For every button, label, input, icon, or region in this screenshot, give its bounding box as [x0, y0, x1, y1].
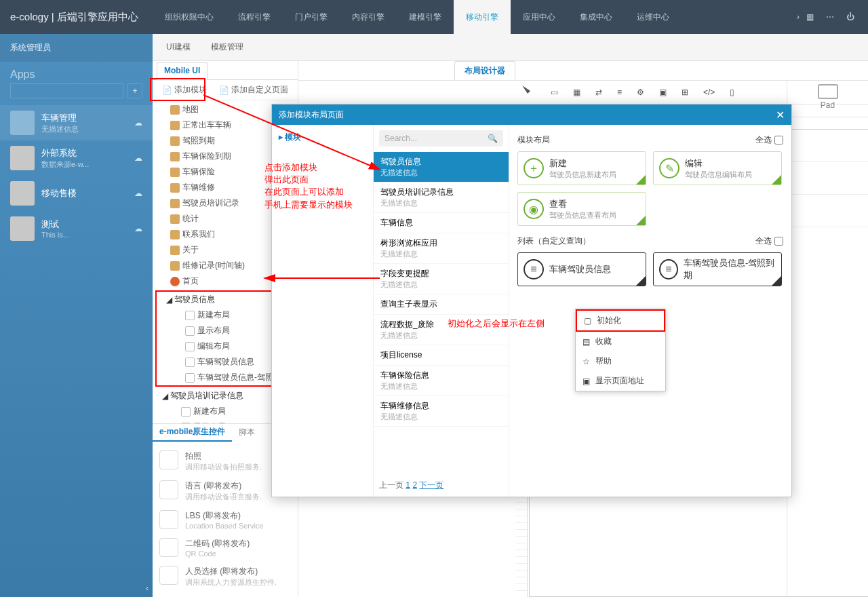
dialog-list-item[interactable]: 树形浏览框应用无描述信息 — [374, 233, 509, 264]
pager-page-2[interactable]: 2 — [412, 480, 417, 490]
check-corner-icon — [772, 276, 781, 286]
list-icon: ≡ — [524, 259, 544, 280]
ctx-initialize[interactable]: ▢初始化 — [576, 309, 665, 332]
native-widget[interactable]: 人员选择 (即将发布)调用系统人力资源原生控件. — [159, 562, 291, 592]
doc-icon — [170, 168, 180, 177]
app-thumb — [10, 181, 35, 206]
tool-icon[interactable]: ⇄ — [595, 88, 602, 97]
list-card[interactable]: ≡车辆驾驶员信息-驾照到期 — [653, 252, 782, 286]
tree-tab-mobile-ui[interactable]: Mobile UI — [157, 62, 208, 80]
topbar: e-cology | 后端引擎应用中心 组织权限中心流程引擎门户引擎内容引擎建模… — [0, 0, 868, 34]
collapse-left-icon[interactable]: ‹ — [146, 583, 149, 593]
topnav-item[interactable]: 集成中心 — [568, 0, 625, 34]
context-menu: ▢初始化 ▤收藏 ☆帮助 ▣显示页面地址 — [575, 309, 666, 391]
dialog-list-item[interactable]: 项目license — [374, 345, 509, 366]
page-icon — [181, 407, 191, 417]
select-all-list-checkbox[interactable] — [774, 237, 783, 246]
dialog-list-item[interactable]: 驾驶员信息无描述信息 — [374, 152, 509, 182]
widget-icon — [159, 538, 178, 557]
nav-more-icon[interactable]: › — [790, 12, 806, 22]
topnav-item[interactable]: 内容引擎 — [340, 0, 397, 34]
pager-next[interactable]: 下一页 — [419, 480, 443, 490]
tool-icon[interactable]: ▦ — [573, 88, 580, 97]
apps-search-input[interactable] — [10, 83, 123, 98]
footer-tab-script[interactable]: 脚本 — [232, 424, 262, 441]
dialog-list-item[interactable]: 车辆保险信息无描述信息 — [374, 366, 509, 396]
topnav-item[interactable]: 移动引擎 — [454, 0, 511, 34]
power-icon[interactable]: ⏻ — [846, 12, 854, 22]
pager-prev[interactable]: 上一页 — [379, 480, 403, 490]
dialog-list-item[interactable]: 车辆维修信息无描述信息 — [374, 396, 509, 427]
cloud-icon: ☁ — [134, 118, 142, 128]
help-icon[interactable]: ⋯ — [826, 12, 834, 22]
topnav-item[interactable]: 流程引擎 — [226, 0, 283, 34]
designer-tab[interactable]: 布局设计器 — [454, 61, 515, 80]
dialog-title: 添加模块布局页面 — [279, 109, 344, 121]
doc-icon — [170, 230, 180, 239]
select-all-layout-checkbox[interactable] — [774, 136, 783, 145]
layout-card[interactable]: ◉查看驾驶员信息查看布局 — [517, 192, 646, 226]
tool-icon[interactable]: ▭ — [551, 88, 558, 97]
device-pad[interactable]: Pad — [787, 80, 868, 117]
doc-icon — [170, 121, 180, 130]
widget-icon — [159, 566, 178, 585]
ctx-help[interactable]: ☆帮助 — [576, 351, 665, 371]
pager-page-1[interactable]: 1 — [406, 480, 410, 490]
check-corner-icon — [772, 175, 781, 185]
close-icon[interactable]: ✕ — [776, 109, 785, 121]
app-thumb — [10, 216, 35, 241]
tool-phone-icon[interactable]: ▯ — [730, 88, 734, 97]
topnav-item[interactable]: 组织权限中心 — [153, 0, 226, 34]
window-icon: ▣ — [583, 377, 590, 386]
cloud-icon: ☁ — [134, 189, 142, 198]
widget-icon — [159, 480, 178, 499]
cloud-icon: ☁ — [134, 224, 142, 233]
card-icon: ◉ — [524, 199, 544, 219]
tool-icon[interactable]: ⊞ — [682, 88, 688, 97]
layout-card[interactable]: ＋新建驾驶员信息新建布局 — [517, 151, 646, 185]
ctx-favorite[interactable]: ▤收藏 — [576, 332, 665, 351]
topnav-item[interactable]: 应用中心 — [511, 0, 568, 34]
apps-heading: Apps — [0, 62, 153, 83]
subheader-item[interactable]: UI建模 — [166, 41, 191, 53]
native-widget[interactable]: LBS (即将发布)Location Based Service — [159, 506, 291, 534]
dialog-list-item[interactable]: 车辆信息 — [374, 213, 509, 233]
tool-cursor-icon[interactable] — [522, 85, 536, 99]
ctx-show-url[interactable]: ▣显示页面地址 — [576, 371, 665, 391]
tool-icon[interactable]: ⚙ — [637, 88, 644, 97]
add-app-button[interactable]: + — [127, 83, 142, 98]
add-custom-page-button[interactable]: 📄添加自定义页面 — [215, 81, 292, 98]
native-widget[interactable]: 二维码 (即将发布)QR Code — [159, 534, 291, 562]
page-icon — [185, 326, 195, 336]
app-item[interactable]: 测试This is...☁ — [0, 211, 153, 246]
app-item[interactable]: 移动售楼☁ — [0, 176, 153, 211]
card-icon: ✎ — [659, 158, 679, 178]
footer-tab-native[interactable]: e-mobile原生控件 — [153, 423, 232, 442]
dialog-module-list: Search...🔍 驾驶员信息无描述信息驾驶员培训记录信息无描述信息车辆信息树… — [374, 125, 509, 497]
topnav-item[interactable]: 门户引擎 — [283, 0, 340, 34]
subheader-item[interactable]: 模板管理 — [211, 41, 243, 53]
top-nav: 组织权限中心流程引擎门户引擎内容引擎建模引擎移动引擎应用中心集成中心运维中心 — [153, 0, 790, 34]
topnav-item[interactable]: 建模引擎 — [397, 0, 454, 34]
grid-icon[interactable]: ▦ — [806, 12, 814, 22]
tool-code-icon[interactable]: </> — [703, 88, 715, 97]
tool-icon[interactable]: ▣ — [659, 88, 667, 97]
add-page-icon: 📄 — [219, 85, 229, 95]
doc-icon — [170, 183, 180, 193]
add-module-button[interactable]: 📄添加模块 — [158, 81, 211, 98]
app-item[interactable]: 外部系统数据来源e-w...☁ — [0, 140, 153, 176]
dialog-list-item[interactable]: 查询主子表显示 — [374, 294, 509, 315]
dialog-search[interactable]: Search...🔍 — [379, 130, 503, 147]
page-icon — [185, 358, 195, 367]
list-card[interactable]: ≡车辆驾驶员信息 — [517, 252, 646, 286]
topnav-item[interactable]: 运维中心 — [625, 0, 682, 34]
app-item[interactable]: 车辆管理无描述信息☁ — [0, 105, 153, 140]
dialog-list-item[interactable]: 驾驶员培训记录信息无描述信息 — [374, 182, 509, 213]
tool-icon[interactable]: ≡ — [617, 88, 622, 97]
topbar-right: ▦ ⋯ ⏻ — [806, 12, 868, 22]
layout-card[interactable]: ✎编辑驾驶员信息编辑布局 — [653, 151, 782, 185]
app-thumb — [10, 111, 35, 135]
card-icon: ＋ — [524, 158, 544, 178]
dialog-list-item[interactable]: 字段变更提醒无描述信息 — [374, 264, 509, 294]
app-thumb — [10, 146, 35, 170]
